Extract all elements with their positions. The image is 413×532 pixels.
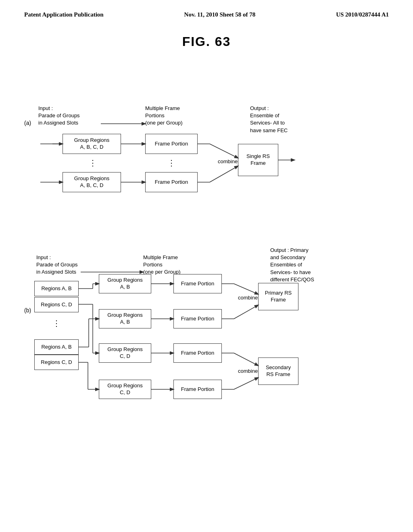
svg-line-6 (210, 144, 238, 158)
output-label-b: Output : Primary and Secondary Ensembles… (270, 247, 314, 283)
header: Patent Application Publication Nov. 11, … (0, 0, 413, 18)
combine-label-b2: combine (238, 368, 258, 375)
middle-label-a: Multiple Frame Portions (one per Group) (145, 105, 183, 127)
section-label-a: (a) (24, 120, 31, 126)
box-secondary-rs: Secondary RS Frame (258, 357, 298, 385)
output-label-a: Output : Ensemble of Services- All to ha… (250, 105, 288, 134)
box-fp1: Frame Portion (173, 274, 222, 293)
box-fp4: Frame Portion (173, 380, 222, 399)
dots-middle-a: ⋮ (167, 158, 176, 168)
header-left: Patent Application Publication (24, 11, 104, 18)
box-group-cd-2: Group Regions C, D (99, 380, 151, 399)
svg-line-37 (234, 378, 258, 389)
box-group-regions-top-a: Group Regions A, B, C, D (63, 134, 121, 154)
section-label-b: (b) (24, 307, 31, 314)
box-fp2: Frame Portion (173, 309, 222, 328)
diagram-b: (b) Input : Parade of Groups in Assigned… (0, 206, 413, 448)
box-frame-portion-bottom-a: Frame Portion (145, 172, 198, 192)
box-regions-ab-2: Regions A, B (34, 339, 79, 355)
svg-line-35 (234, 353, 258, 366)
combine-label-a: combine (218, 158, 238, 165)
box-frame-portion-top-a: Frame Portion (145, 134, 198, 154)
middle-label-b: Multiple Frame Portions (one per Group) (143, 254, 181, 276)
svg-line-8 (210, 166, 238, 182)
box-group-cd-1: Group Regions C, D (99, 343, 151, 363)
combine-label-b1: combine (238, 294, 258, 301)
header-right: US 2010/0287444 A1 (336, 11, 389, 18)
box-regions-cd-1: Regions C, D (34, 297, 79, 312)
box-fp3: Frame Portion (173, 343, 222, 363)
header-middle: Nov. 11, 2010 Sheet 58 of 78 (184, 11, 256, 18)
box-regions-cd-2: Regions C, D (34, 355, 79, 370)
dots-left-a: ⋮ (89, 158, 98, 168)
box-group-ab-1: Group Regions A, B (99, 274, 151, 293)
diagram-a: (a) Input : Parade of Groups in Assigned… (0, 57, 413, 202)
arrows-svg-a (0, 57, 413, 202)
box-group-regions-bottom-a: Group Regions A, B, C, D (63, 172, 121, 192)
svg-line-31 (234, 284, 258, 294)
dots-left-b: ⋮ (52, 318, 61, 328)
box-primary-rs: Primary RS Frame (258, 283, 298, 310)
box-regions-ab-1: Regions A, B (34, 281, 79, 296)
fig-title: FIG. 63 (0, 34, 413, 49)
input-label-b: Input : Parade of Groups in Assigned Slo… (36, 254, 78, 276)
svg-line-33 (234, 305, 258, 319)
box-group-ab-2: Group Regions A, B (99, 309, 151, 328)
box-single-rs-frame-a: Single RS Frame (238, 144, 278, 176)
input-label-a: Input : Parade of Groups in Assigned Slo… (38, 105, 80, 127)
